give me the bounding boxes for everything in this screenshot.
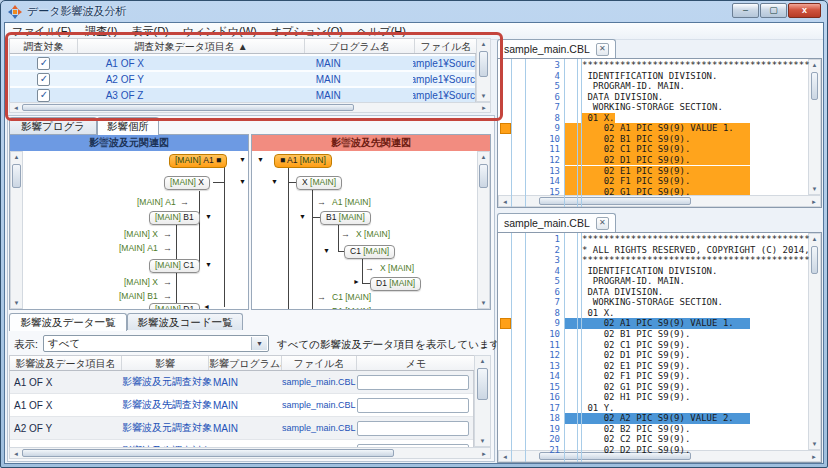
dest-diagram-vscrollbar[interactable]: ▲ ▼	[477, 151, 490, 309]
scroll-right-icon[interactable]: ►	[480, 105, 488, 111]
tree-node[interactable]: C1 [MAIN]	[332, 292, 371, 302]
tree-node[interactable]: X [MAIN]	[356, 229, 390, 239]
tree-node[interactable]: X [MAIN]	[296, 176, 342, 190]
scroll-down-icon[interactable]: ▼	[475, 438, 490, 444]
scrollbar-thumb[interactable]	[811, 246, 818, 274]
scroll-left-icon[interactable]: ◄	[12, 105, 20, 111]
close-tab-icon[interactable]: ✕	[596, 43, 609, 56]
expand-icon[interactable]: ▼	[323, 247, 330, 254]
tree-node[interactable]: B1 [MAIN]	[320, 211, 371, 225]
tree-node[interactable]: [MAIN] A1	[137, 197, 176, 207]
tree-node[interactable]: [MAIN] X	[124, 277, 158, 287]
memo-input[interactable]	[357, 398, 469, 413]
table-row[interactable]: A2 OF Y影響波及先調査対象MAINsample_main.CBL	[10, 440, 473, 447]
list-tab-1[interactable]: 影響波及コード一覧	[127, 313, 243, 330]
editor-tab[interactable]: sample_main.CBL✕	[497, 213, 616, 232]
scroll-left-icon[interactable]: ◄	[12, 451, 20, 457]
scroll-up-icon[interactable]: ▲	[809, 236, 820, 242]
tree-node[interactable]: D1 [MAIN]	[332, 306, 371, 309]
table-row[interactable]: ✓A2 OF YMAINC:¥Sample1¥Sourc	[10, 72, 475, 86]
maximize-button[interactable]: ▢	[760, 3, 787, 18]
tree-node[interactable]: A1 [MAIN]	[332, 197, 371, 207]
menu-item[interactable]: ヘルプ(H)	[350, 24, 413, 39]
memo-input[interactable]	[357, 421, 469, 436]
scroll-down-icon[interactable]: ▼	[809, 186, 820, 192]
scrollbar-thumb[interactable]	[22, 104, 354, 111]
tree-node[interactable]: [MAIN] D1	[149, 303, 200, 309]
targets-vscrollbar[interactable]: ▲ ▼	[476, 38, 491, 102]
scroll-down-icon[interactable]: ▼	[478, 300, 489, 306]
minimize-button[interactable]: –	[732, 3, 759, 18]
expand-icon[interactable]: ▼	[257, 156, 264, 163]
expand-icon[interactable]: ▼	[205, 261, 212, 268]
tree-node[interactable]: C1 [MAIN]	[344, 245, 395, 259]
editor-vscrollbar[interactable]: ▲▼	[808, 233, 821, 450]
scroll-up-icon[interactable]: ▲	[809, 62, 820, 68]
scroll-right-icon[interactable]: ►	[810, 454, 818, 460]
tree-node[interactable]: [MAIN] X	[124, 229, 158, 239]
scroll-up-icon[interactable]: ▲	[475, 358, 490, 364]
tree-node[interactable]: D1 [MAIN]	[370, 277, 421, 291]
scroll-up-icon[interactable]: ▲	[477, 41, 490, 47]
scrollbar-thumb[interactable]	[479, 164, 488, 188]
source-diagram-vscrollbar[interactable]: ▲ ▼	[10, 151, 23, 309]
scrollbar-thumb[interactable]	[22, 449, 394, 457]
expand-icon[interactable]: ▼	[239, 178, 246, 185]
column-header[interactable]: ファイル名	[415, 39, 477, 53]
impact-vscrollbar[interactable]: ▲ ▼	[474, 355, 491, 447]
editor-vscrollbar[interactable]: ▲▼	[808, 59, 821, 195]
column-header[interactable]: メモ	[357, 356, 475, 370]
tree-node[interactable]: X [MAIN]	[380, 263, 414, 273]
expand-icon[interactable]: ▼	[299, 213, 306, 220]
scroll-left-icon[interactable]: ◄	[501, 199, 509, 205]
checkbox[interactable]: ✓	[37, 57, 50, 70]
checkbox[interactable]: ✓	[37, 89, 50, 102]
close-tab-icon[interactable]: ✕	[596, 217, 609, 230]
expand-icon[interactable]: ▼	[239, 156, 246, 163]
scroll-right-icon[interactable]: ►	[480, 451, 488, 457]
column-header[interactable]: 調査対象	[10, 39, 78, 53]
scroll-down-icon[interactable]: ▼	[477, 93, 490, 99]
column-header[interactable]: 影響プログラム名	[209, 356, 282, 370]
scrollbar-thumb[interactable]	[539, 197, 691, 205]
filter-combobox[interactable]: すべて ▼	[43, 335, 269, 352]
scroll-down-icon[interactable]: ▼	[11, 300, 22, 306]
tree-node[interactable]: [MAIN] X	[164, 176, 210, 190]
scroll-right-icon[interactable]: ►	[810, 199, 818, 205]
table-row[interactable]: A2 OF Y影響波及元調査対象MAINsample_main.CBL	[10, 417, 473, 440]
column-header[interactable]: 調査対象データ項目名 ▲	[78, 39, 305, 53]
tree-node[interactable]: [MAIN] A1	[119, 243, 158, 253]
checkbox[interactable]: ✓	[37, 73, 50, 86]
menu-item[interactable]: ウィンドウ(W)	[176, 24, 264, 39]
tree-node[interactable]: ■ A1 [MAIN]	[274, 154, 332, 168]
column-header[interactable]: 影響波及データ項目名	[10, 356, 122, 370]
expand-icon[interactable]: ▼	[271, 178, 278, 185]
list-tab-0[interactable]: 影響波及データ一覧	[9, 313, 127, 331]
scrollbar-thumb[interactable]	[12, 164, 21, 188]
column-header[interactable]: 影響	[122, 356, 209, 370]
scroll-up-icon[interactable]: ▲	[11, 154, 22, 160]
targets-hscrollbar[interactable]: ◄ ►	[9, 102, 491, 113]
tree-node[interactable]: [MAIN] C1	[149, 259, 200, 273]
menu-item[interactable]: 表示(D)	[124, 24, 175, 39]
tree-node[interactable]: [MAIN] B1	[119, 291, 158, 301]
expand-icon[interactable]: ▼	[205, 213, 212, 220]
menu-item[interactable]: ファイル(F)	[5, 24, 78, 39]
column-header[interactable]: ファイル名	[282, 356, 357, 370]
view-tab-0[interactable]: 影響プログラム	[9, 117, 97, 134]
view-tab-1[interactable]: 影響個所	[97, 117, 159, 135]
table-row[interactable]: A1 OF X影響波及先調査対象MAINsample_main.CBL	[10, 394, 473, 417]
close-button[interactable]: x	[788, 3, 821, 18]
scrollbar-thumb[interactable]	[479, 51, 488, 77]
scroll-down-icon[interactable]: ▼	[809, 441, 820, 447]
tree-node[interactable]: [MAIN] B1	[149, 211, 200, 225]
scroll-up-icon[interactable]: ▲	[478, 154, 489, 160]
title-bar[interactable]: データ影響波及分析 – ▢ x	[1, 1, 827, 22]
chevron-down-icon[interactable]: ▼	[251, 337, 267, 350]
table-row[interactable]: A1 OF X影響波及元調査対象MAINsample_main.CBL	[10, 371, 473, 394]
table-row[interactable]: ✓A1 OF XMAINC:¥Sample1¥Sourc	[10, 56, 475, 70]
scrollbar-thumb[interactable]	[477, 368, 488, 400]
menu-item[interactable]: 調査(I)	[78, 24, 124, 39]
tree-node[interactable]: [MAIN] A1 ■	[169, 154, 227, 168]
scrollbar-thumb[interactable]	[811, 72, 818, 100]
